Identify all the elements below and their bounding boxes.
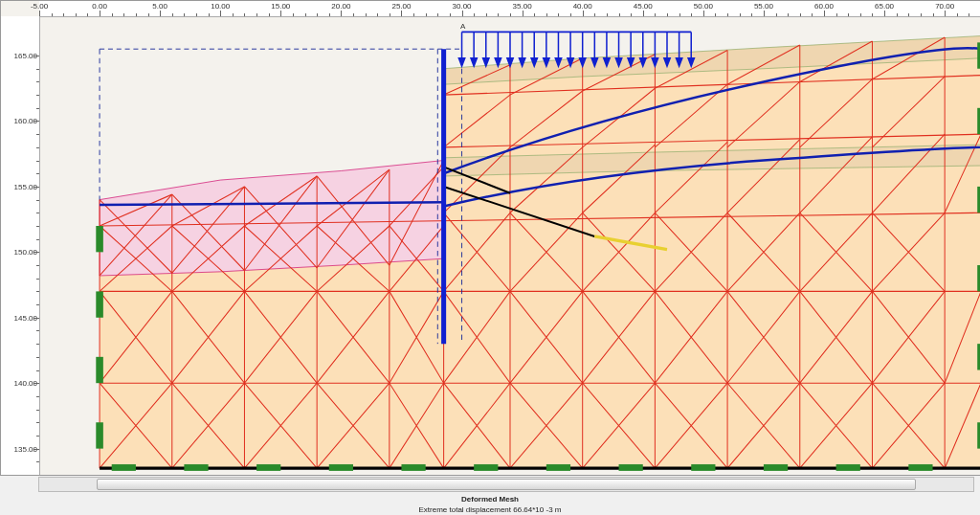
x-tick-label: 65.00 (875, 2, 894, 11)
mesh-svg (39, 16, 980, 475)
ruler-x: -5.000.005.0010.0015.0020.0025.0030.0035… (39, 1, 980, 17)
caption: Deformed Mesh Extreme total displacement… (0, 494, 980, 515)
x-tick-label: -5.00 (31, 2, 48, 11)
x-tick-label: 0.00 (92, 2, 107, 11)
x-tick-label: 15.00 (271, 2, 290, 11)
caption-title: Deformed Mesh (461, 495, 519, 504)
x-tick-label: 50.00 (694, 2, 713, 11)
x-tick-label: 70.00 (935, 2, 954, 11)
viewport: -5.000.005.0010.0015.0020.0025.0030.0035… (0, 0, 980, 476)
horizontal-scrollbar[interactable] (38, 477, 974, 492)
x-tick-label: 45.00 (634, 2, 653, 11)
x-tick-label: 60.00 (814, 2, 834, 11)
x-tick-label: 40.00 (573, 2, 592, 11)
x-tick-label: 10.00 (211, 2, 230, 11)
scrollbar-thumb[interactable] (97, 479, 916, 490)
plot-area[interactable]: A (39, 16, 980, 475)
x-tick-label: 25.00 (391, 2, 411, 11)
caption-line2: Extreme total displacement 66.64*10 -3 m (419, 505, 562, 514)
x-tick-label: 30.00 (453, 2, 472, 11)
x-tick-label: 55.00 (754, 2, 773, 11)
load-label-a: A (460, 22, 465, 31)
ruler-y: 165.00160.00155.00150.00145.00140.00135.… (1, 16, 40, 475)
x-tick-label: 35.00 (513, 2, 532, 11)
x-tick-label: 5.00 (152, 2, 167, 11)
x-tick-label: 20.00 (331, 2, 350, 11)
